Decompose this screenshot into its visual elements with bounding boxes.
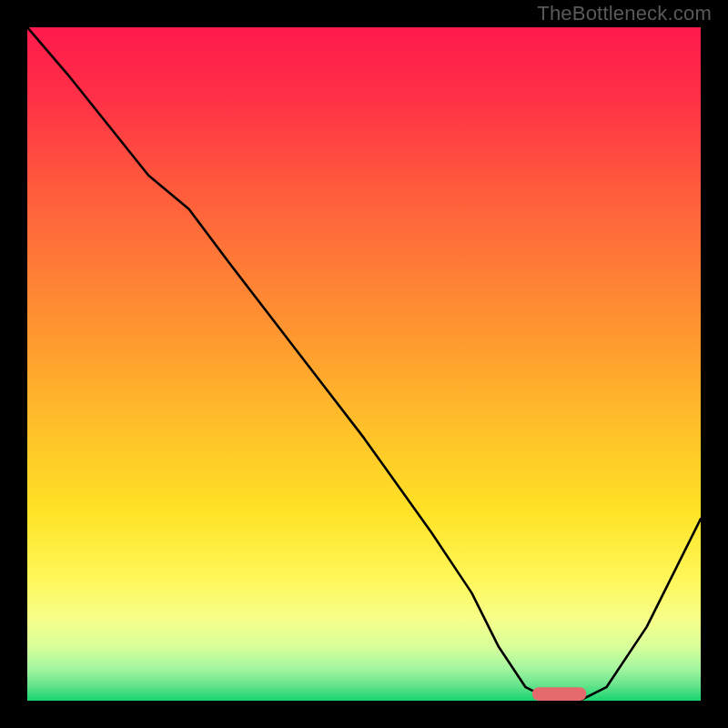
chart-container: TheBottleneck.com — [0, 0, 728, 728]
chart-svg — [27, 27, 701, 701]
gradient-background — [27, 27, 701, 701]
optimal-marker — [532, 687, 586, 701]
chart-plot — [27, 27, 701, 701]
watermark-text: TheBottleneck.com — [537, 2, 712, 25]
